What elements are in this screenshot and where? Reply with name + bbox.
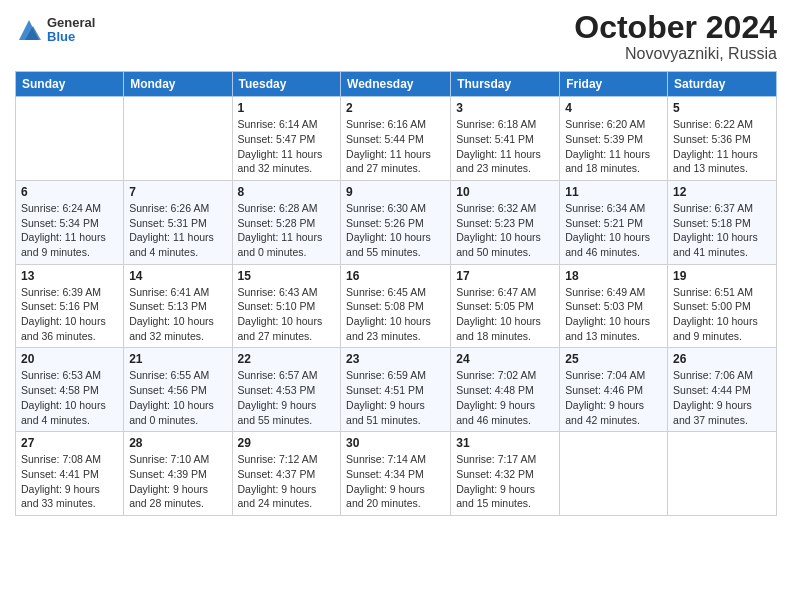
day-number: 18 <box>565 269 662 283</box>
day-number: 5 <box>673 101 771 115</box>
day-cell: 8Sunrise: 6:28 AMSunset: 5:28 PMDaylight… <box>232 180 341 264</box>
day-cell: 23Sunrise: 6:59 AMSunset: 4:51 PMDayligh… <box>341 348 451 432</box>
day-cell: 12Sunrise: 6:37 AMSunset: 5:18 PMDayligh… <box>668 180 777 264</box>
calendar-table: SundayMondayTuesdayWednesdayThursdayFrid… <box>15 71 777 516</box>
day-cell: 25Sunrise: 7:04 AMSunset: 4:46 PMDayligh… <box>560 348 668 432</box>
col-header-saturday: Saturday <box>668 72 777 97</box>
day-detail: Sunrise: 6:34 AMSunset: 5:21 PMDaylight:… <box>565 201 662 260</box>
day-detail: Sunrise: 6:43 AMSunset: 5:10 PMDaylight:… <box>238 285 336 344</box>
day-number: 30 <box>346 436 445 450</box>
calendar-title: October 2024 <box>574 10 777 45</box>
title-block: October 2024 Novovyazniki, Russia <box>574 10 777 63</box>
col-header-monday: Monday <box>124 72 232 97</box>
week-row-3: 13Sunrise: 6:39 AMSunset: 5:16 PMDayligh… <box>16 264 777 348</box>
day-number: 9 <box>346 185 445 199</box>
day-cell: 19Sunrise: 6:51 AMSunset: 5:00 PMDayligh… <box>668 264 777 348</box>
header: General Blue October 2024 Novovyazniki, … <box>15 10 777 63</box>
day-cell: 20Sunrise: 6:53 AMSunset: 4:58 PMDayligh… <box>16 348 124 432</box>
day-detail: Sunrise: 7:02 AMSunset: 4:48 PMDaylight:… <box>456 368 554 427</box>
day-detail: Sunrise: 6:26 AMSunset: 5:31 PMDaylight:… <box>129 201 226 260</box>
day-detail: Sunrise: 7:04 AMSunset: 4:46 PMDaylight:… <box>565 368 662 427</box>
day-cell: 16Sunrise: 6:45 AMSunset: 5:08 PMDayligh… <box>341 264 451 348</box>
day-detail: Sunrise: 7:17 AMSunset: 4:32 PMDaylight:… <box>456 452 554 511</box>
day-detail: Sunrise: 6:14 AMSunset: 5:47 PMDaylight:… <box>238 117 336 176</box>
day-cell: 6Sunrise: 6:24 AMSunset: 5:34 PMDaylight… <box>16 180 124 264</box>
day-number: 4 <box>565 101 662 115</box>
day-cell <box>560 432 668 516</box>
day-number: 29 <box>238 436 336 450</box>
day-number: 23 <box>346 352 445 366</box>
day-cell: 22Sunrise: 6:57 AMSunset: 4:53 PMDayligh… <box>232 348 341 432</box>
day-number: 21 <box>129 352 226 366</box>
day-cell: 30Sunrise: 7:14 AMSunset: 4:34 PMDayligh… <box>341 432 451 516</box>
day-number: 22 <box>238 352 336 366</box>
day-cell: 24Sunrise: 7:02 AMSunset: 4:48 PMDayligh… <box>451 348 560 432</box>
day-cell <box>16 97 124 181</box>
day-cell: 21Sunrise: 6:55 AMSunset: 4:56 PMDayligh… <box>124 348 232 432</box>
day-cell: 28Sunrise: 7:10 AMSunset: 4:39 PMDayligh… <box>124 432 232 516</box>
day-number: 16 <box>346 269 445 283</box>
day-number: 2 <box>346 101 445 115</box>
day-detail: Sunrise: 6:39 AMSunset: 5:16 PMDaylight:… <box>21 285 118 344</box>
col-header-sunday: Sunday <box>16 72 124 97</box>
day-number: 17 <box>456 269 554 283</box>
day-number: 6 <box>21 185 118 199</box>
col-header-thursday: Thursday <box>451 72 560 97</box>
day-number: 26 <box>673 352 771 366</box>
week-row-2: 6Sunrise: 6:24 AMSunset: 5:34 PMDaylight… <box>16 180 777 264</box>
day-detail: Sunrise: 7:06 AMSunset: 4:44 PMDaylight:… <box>673 368 771 427</box>
day-cell: 5Sunrise: 6:22 AMSunset: 5:36 PMDaylight… <box>668 97 777 181</box>
page: General Blue October 2024 Novovyazniki, … <box>0 0 792 612</box>
day-cell: 13Sunrise: 6:39 AMSunset: 5:16 PMDayligh… <box>16 264 124 348</box>
day-number: 3 <box>456 101 554 115</box>
day-detail: Sunrise: 6:37 AMSunset: 5:18 PMDaylight:… <box>673 201 771 260</box>
day-detail: Sunrise: 6:57 AMSunset: 4:53 PMDaylight:… <box>238 368 336 427</box>
day-number: 24 <box>456 352 554 366</box>
logo-text: General Blue <box>47 16 95 45</box>
day-cell: 11Sunrise: 6:34 AMSunset: 5:21 PMDayligh… <box>560 180 668 264</box>
week-row-1: 1Sunrise: 6:14 AMSunset: 5:47 PMDaylight… <box>16 97 777 181</box>
day-number: 31 <box>456 436 554 450</box>
day-cell: 15Sunrise: 6:43 AMSunset: 5:10 PMDayligh… <box>232 264 341 348</box>
day-detail: Sunrise: 6:20 AMSunset: 5:39 PMDaylight:… <box>565 117 662 176</box>
day-detail: Sunrise: 6:32 AMSunset: 5:23 PMDaylight:… <box>456 201 554 260</box>
day-cell: 1Sunrise: 6:14 AMSunset: 5:47 PMDaylight… <box>232 97 341 181</box>
day-number: 25 <box>565 352 662 366</box>
day-detail: Sunrise: 6:22 AMSunset: 5:36 PMDaylight:… <box>673 117 771 176</box>
day-detail: Sunrise: 7:08 AMSunset: 4:41 PMDaylight:… <box>21 452 118 511</box>
day-number: 10 <box>456 185 554 199</box>
day-number: 1 <box>238 101 336 115</box>
day-detail: Sunrise: 7:14 AMSunset: 4:34 PMDaylight:… <box>346 452 445 511</box>
day-cell: 7Sunrise: 6:26 AMSunset: 5:31 PMDaylight… <box>124 180 232 264</box>
day-number: 20 <box>21 352 118 366</box>
day-detail: Sunrise: 6:59 AMSunset: 4:51 PMDaylight:… <box>346 368 445 427</box>
day-cell: 29Sunrise: 7:12 AMSunset: 4:37 PMDayligh… <box>232 432 341 516</box>
day-cell: 14Sunrise: 6:41 AMSunset: 5:13 PMDayligh… <box>124 264 232 348</box>
logo: General Blue <box>15 16 95 45</box>
day-cell: 17Sunrise: 6:47 AMSunset: 5:05 PMDayligh… <box>451 264 560 348</box>
logo-icon <box>15 16 43 44</box>
day-cell: 4Sunrise: 6:20 AMSunset: 5:39 PMDaylight… <box>560 97 668 181</box>
day-number: 14 <box>129 269 226 283</box>
day-detail: Sunrise: 6:49 AMSunset: 5:03 PMDaylight:… <box>565 285 662 344</box>
day-number: 19 <box>673 269 771 283</box>
day-number: 28 <box>129 436 226 450</box>
day-cell: 2Sunrise: 6:16 AMSunset: 5:44 PMDaylight… <box>341 97 451 181</box>
day-detail: Sunrise: 6:18 AMSunset: 5:41 PMDaylight:… <box>456 117 554 176</box>
day-cell: 26Sunrise: 7:06 AMSunset: 4:44 PMDayligh… <box>668 348 777 432</box>
day-detail: Sunrise: 6:28 AMSunset: 5:28 PMDaylight:… <box>238 201 336 260</box>
day-detail: Sunrise: 6:41 AMSunset: 5:13 PMDaylight:… <box>129 285 226 344</box>
day-cell <box>124 97 232 181</box>
day-number: 13 <box>21 269 118 283</box>
day-cell: 10Sunrise: 6:32 AMSunset: 5:23 PMDayligh… <box>451 180 560 264</box>
day-cell: 18Sunrise: 6:49 AMSunset: 5:03 PMDayligh… <box>560 264 668 348</box>
day-number: 11 <box>565 185 662 199</box>
day-detail: Sunrise: 6:51 AMSunset: 5:00 PMDaylight:… <box>673 285 771 344</box>
day-detail: Sunrise: 6:30 AMSunset: 5:26 PMDaylight:… <box>346 201 445 260</box>
col-header-friday: Friday <box>560 72 668 97</box>
day-detail: Sunrise: 6:53 AMSunset: 4:58 PMDaylight:… <box>21 368 118 427</box>
day-detail: Sunrise: 6:24 AMSunset: 5:34 PMDaylight:… <box>21 201 118 260</box>
week-row-4: 20Sunrise: 6:53 AMSunset: 4:58 PMDayligh… <box>16 348 777 432</box>
day-number: 7 <box>129 185 226 199</box>
day-number: 12 <box>673 185 771 199</box>
